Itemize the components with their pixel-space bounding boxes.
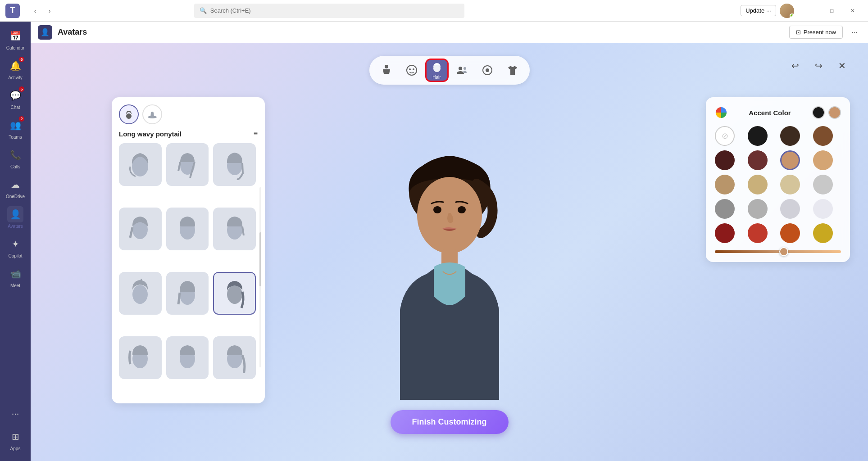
color-white-silver[interactable] (813, 199, 833, 219)
workspace-close-button[interactable]: ✕ (834, 58, 850, 74)
color-orange-red[interactable] (780, 223, 800, 243)
sidebar-item-avatars[interactable]: 👤 Avatars (4, 203, 27, 231)
color-auburn[interactable] (748, 150, 768, 170)
color-light-caramel[interactable] (813, 150, 833, 170)
sidebar-item-meet[interactable]: 📹 Meet (4, 263, 27, 291)
category-toolbar: Hair (369, 56, 530, 85)
color-panel: Accent Color ⊘ (706, 97, 850, 262)
header-more-button[interactable]: ··· (848, 26, 861, 39)
color-slider[interactable] (715, 250, 841, 253)
category-clothing[interactable] (501, 59, 524, 82)
color-light-golden[interactable] (748, 175, 768, 194)
back-button[interactable]: ‹ (29, 5, 41, 17)
content-area: 👤 Avatars ⊡ Present now ··· (31, 22, 868, 461)
sidebar: 📅 Calendar 🔔 6 Activity 💬 5 Chat 👥 2 Tea… (0, 22, 31, 461)
color-slider-wrap (715, 250, 841, 253)
hair-category-label: Hair (432, 75, 441, 80)
sidebar-item-teams[interactable]: 👥 2 Teams (4, 114, 27, 142)
hair-item[interactable] (213, 336, 256, 379)
category-body[interactable] (375, 59, 398, 82)
hair-panel: Long wavy ponytail ≡ (112, 97, 265, 403)
svg-point-4 (433, 65, 441, 72)
title-bar-right: Update ··· — □ ✕ (741, 4, 863, 18)
update-button[interactable]: Update ··· (741, 5, 776, 16)
maximize-button[interactable]: □ (822, 4, 842, 18)
category-accessories[interactable] (476, 59, 499, 82)
hair-item[interactable] (213, 208, 256, 250)
color-none[interactable]: ⊘ (715, 126, 735, 146)
hair-item[interactable] (166, 272, 209, 315)
chat-icon-wrap: 💬 5 (7, 87, 23, 104)
selected-color-1[interactable] (812, 106, 825, 119)
present-now-button[interactable]: ⊡ Present now (789, 26, 843, 39)
color-dark-brown[interactable] (780, 126, 800, 146)
hat-tab[interactable] (142, 104, 162, 124)
sidebar-item-more[interactable]: ··· (4, 402, 27, 424)
hair-item[interactable] (119, 143, 162, 186)
svg-point-25 (433, 206, 441, 213)
sidebar-item-apps[interactable]: ⊞ Apps (4, 426, 27, 454)
svg-rect-0 (385, 65, 388, 68)
color-silver[interactable] (780, 199, 800, 219)
color-light-brown[interactable] (780, 175, 800, 194)
svg-point-17 (132, 285, 148, 304)
hair-item-selected[interactable] (213, 272, 256, 315)
hair-item[interactable] (119, 336, 162, 379)
sidebar-item-activity[interactable]: 🔔 6 Activity (4, 55, 27, 83)
color-platinum[interactable] (813, 175, 833, 194)
sidebar-item-chat[interactable]: 💬 5 Chat (4, 85, 27, 113)
scrollbar-thumb[interactable] (259, 232, 261, 286)
close-button[interactable]: ✕ (843, 4, 863, 18)
filter-icon[interactable]: ≡ (254, 130, 258, 138)
forward-button[interactable]: › (43, 5, 56, 17)
hair-item[interactable] (119, 208, 162, 250)
hair-item[interactable] (166, 208, 209, 250)
hair-style-tab[interactable] (119, 104, 139, 124)
category-group[interactable] (450, 59, 474, 82)
color-dark-red[interactable] (715, 223, 735, 243)
copilot-icon-wrap: ✦ (7, 236, 23, 252)
nav-arrows: ‹ › (29, 5, 56, 17)
redo-button[interactable]: ↪ (810, 58, 827, 74)
sidebar-item-calls[interactable]: 📞 Calls (4, 144, 27, 172)
calendar-icon-wrap: 📅 (7, 28, 23, 44)
apps-icon: ⊞ (12, 431, 19, 442)
hair-grid (119, 143, 258, 396)
svg-point-5 (459, 67, 462, 70)
color-black[interactable] (748, 126, 768, 146)
sidebar-label-apps: Apps (10, 446, 21, 451)
color-caramel[interactable] (780, 150, 800, 170)
hair-item[interactable] (213, 143, 256, 186)
selected-color-2[interactable] (828, 106, 841, 119)
svg-point-26 (458, 206, 466, 213)
calendar-icon: 📅 (10, 31, 21, 41)
sidebar-item-calendar[interactable]: 📅 Calendar (4, 25, 27, 53)
teams-badge: 2 (18, 115, 25, 122)
sidebar-item-onedrive[interactable]: ☁ OneDrive (4, 174, 27, 202)
calls-icon-wrap: 📞 (7, 147, 23, 163)
avatars-icon-wrap: 👤 (7, 206, 23, 222)
color-red[interactable] (748, 223, 768, 243)
category-hair[interactable]: Hair (425, 59, 449, 82)
sidebar-item-copilot[interactable]: ✦ Copilot (4, 233, 27, 261)
color-brown[interactable] (813, 126, 833, 146)
color-gray[interactable] (715, 199, 735, 219)
user-status-badge (790, 14, 794, 18)
svg-point-2 (409, 68, 411, 70)
color-dark-auburn[interactable] (715, 150, 735, 170)
hair-item[interactable] (119, 272, 162, 315)
category-face[interactable] (400, 59, 423, 82)
hair-item[interactable] (166, 336, 209, 379)
color-light-gray[interactable] (748, 199, 768, 219)
color-golden-yellow[interactable] (813, 223, 833, 243)
hair-item[interactable] (166, 143, 209, 186)
finish-customizing-button[interactable]: Finish Customizing (391, 410, 509, 434)
sidebar-label-onedrive: OneDrive (6, 194, 25, 199)
meet-icon: 📹 (10, 268, 21, 279)
undo-button[interactable]: ↩ (787, 58, 803, 74)
present-now-label: Present now (804, 29, 836, 36)
user-avatar[interactable] (780, 4, 794, 18)
minimize-button[interactable]: — (801, 4, 821, 18)
search-bar[interactable]: 🔍 Search (Ctrl+E) (194, 4, 464, 18)
color-golden[interactable] (715, 175, 735, 194)
